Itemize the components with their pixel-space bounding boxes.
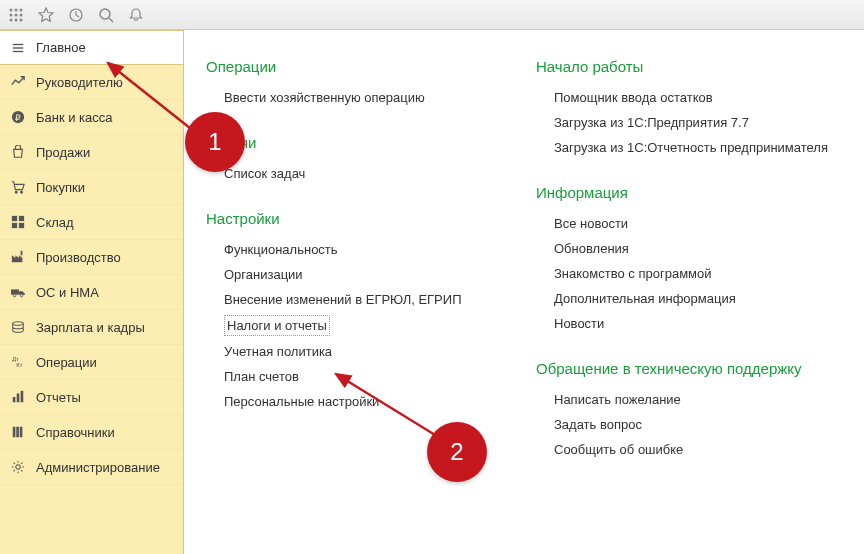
apps-icon[interactable] [8, 7, 24, 23]
section-title[interactable]: Информация [536, 184, 856, 201]
section-link[interactable]: Учетная политика [206, 339, 486, 364]
section-link[interactable]: Дополнительная информация [536, 286, 856, 311]
svg-point-26 [13, 322, 24, 326]
sidebar-item-10[interactable]: Отчеты [0, 380, 183, 415]
section-link[interactable]: Функциональность [206, 237, 486, 262]
svg-point-25 [20, 294, 23, 297]
section-title[interactable]: Обращение в техническую поддержку [536, 360, 856, 377]
sidebar-item-11[interactable]: Справочники [0, 415, 183, 450]
svg-rect-31 [21, 391, 24, 402]
topbar [0, 0, 864, 30]
section-link[interactable]: Внесение изменений в ЕГРЮЛ, ЕГРИП [206, 287, 486, 312]
section-link[interactable]: Помощник ввода остатков [536, 85, 856, 110]
section-link[interactable]: Знакомство с программой [536, 261, 856, 286]
sidebar-item-5[interactable]: Склад [0, 205, 183, 240]
svg-point-24 [13, 294, 16, 297]
factory-icon [10, 249, 26, 265]
svg-point-17 [21, 191, 23, 193]
sidebar-item-label: Банк и касса [36, 110, 113, 125]
section: Обращение в техническую поддержкуНаписат… [536, 360, 856, 462]
sidebar-item-label: Покупки [36, 180, 85, 195]
section-title[interactable]: Настройки [206, 210, 486, 227]
sidebar-item-7[interactable]: ОС и НМА [0, 275, 183, 310]
content-right-col: Начало работыПомощник ввода остатковЗагр… [536, 58, 856, 534]
grid-icon [10, 214, 26, 230]
layout: ГлавноеРуководителю₽Банк и кассаПродажиП… [0, 30, 864, 554]
section-link[interactable]: Загрузка из 1С:Предприятия 7.7 [536, 110, 856, 135]
svg-rect-18 [12, 216, 17, 221]
sidebar-item-9[interactable]: ДтКтОперации [0, 345, 183, 380]
annotation-number-2: 2 [450, 438, 463, 466]
section-link[interactable]: Персональные настройки [206, 389, 486, 414]
svg-rect-22 [21, 251, 23, 255]
sidebar-item-0[interactable]: Главное [0, 30, 183, 65]
svg-point-6 [10, 18, 13, 21]
gear-icon [10, 459, 26, 475]
sidebar-item-3[interactable]: Продажи [0, 135, 183, 170]
sidebar-item-label: Продажи [36, 145, 90, 160]
star-icon[interactable] [38, 7, 54, 23]
search-icon[interactable] [98, 7, 114, 23]
sidebar-item-label: Администрирование [36, 460, 160, 475]
section: ИнформацияВсе новостиОбновленияЗнакомств… [536, 184, 856, 336]
section-link[interactable]: Загрузка из 1С:Отчетность предпринимател… [536, 135, 856, 160]
coins-icon [10, 319, 26, 335]
sidebar-item-12[interactable]: Администрирование [0, 450, 183, 485]
section-link[interactable]: Написать пожелание [536, 387, 856, 412]
svg-point-35 [16, 465, 20, 469]
truck-icon [10, 284, 26, 300]
svg-point-2 [20, 8, 23, 11]
sidebar-item-label: Отчеты [36, 390, 81, 405]
svg-rect-32 [13, 427, 16, 438]
sidebar: ГлавноеРуководителю₽Банк и кассаПродажиП… [0, 30, 184, 554]
svg-point-16 [15, 191, 17, 193]
section-title[interactable]: Операции [206, 58, 486, 75]
svg-point-7 [15, 18, 18, 21]
annotation-circle-1: 1 [185, 112, 245, 172]
section-link[interactable]: Организации [206, 262, 486, 287]
svg-rect-21 [19, 223, 24, 228]
content: ОперацииВвести хозяйственную операциюЗад… [184, 30, 864, 554]
sidebar-item-8[interactable]: Зарплата и кадры [0, 310, 183, 345]
section-link[interactable]: Ввести хозяйственную операцию [206, 85, 486, 110]
bars-icon [10, 389, 26, 405]
section-title[interactable]: Начало работы [536, 58, 856, 75]
cart-icon [10, 179, 26, 195]
chart-icon [10, 74, 26, 90]
sidebar-item-4[interactable]: Покупки [0, 170, 183, 205]
svg-rect-20 [12, 223, 17, 228]
section: ОперацииВвести хозяйственную операцию [206, 58, 486, 110]
section-link[interactable]: Сообщить об ошибке [536, 437, 856, 462]
section-link[interactable]: Обновления [536, 236, 856, 261]
svg-rect-33 [16, 427, 19, 438]
section-title[interactable]: Задачи [206, 134, 486, 151]
bell-icon[interactable] [128, 7, 144, 23]
svg-point-4 [15, 13, 18, 16]
svg-rect-34 [20, 427, 23, 438]
sidebar-item-6[interactable]: Производство [0, 240, 183, 275]
section-link[interactable]: Налоги и отчеты [224, 315, 330, 336]
svg-point-0 [10, 8, 13, 11]
sidebar-item-label: Операции [36, 355, 97, 370]
sidebar-item-2[interactable]: ₽Банк и касса [0, 100, 183, 135]
section: ЗадачиСписок задач [206, 134, 486, 186]
history-icon[interactable] [68, 7, 84, 23]
section-link[interactable]: Все новости [536, 211, 856, 236]
svg-rect-29 [13, 397, 16, 402]
sidebar-item-1[interactable]: Руководителю [0, 65, 183, 100]
sidebar-item-label: Производство [36, 250, 121, 265]
section: Начало работыПомощник ввода остатковЗагр… [536, 58, 856, 160]
section: НастройкиФункциональностьОрганизацииВнес… [206, 210, 486, 414]
svg-text:Кт: Кт [16, 361, 23, 368]
sidebar-item-label: Склад [36, 215, 74, 230]
dtkr-icon: ДтКт [10, 354, 26, 370]
svg-point-8 [20, 18, 23, 21]
annotation-circle-2: 2 [427, 422, 487, 482]
section-link[interactable]: План счетов [206, 364, 486, 389]
section-link[interactable]: Список задач [206, 161, 486, 186]
section-link[interactable]: Задать вопрос [536, 412, 856, 437]
section-link[interactable]: Новости [536, 311, 856, 336]
sidebar-item-label: Руководителю [36, 75, 123, 90]
sidebar-item-label: Главное [36, 40, 86, 55]
svg-rect-19 [19, 216, 24, 221]
